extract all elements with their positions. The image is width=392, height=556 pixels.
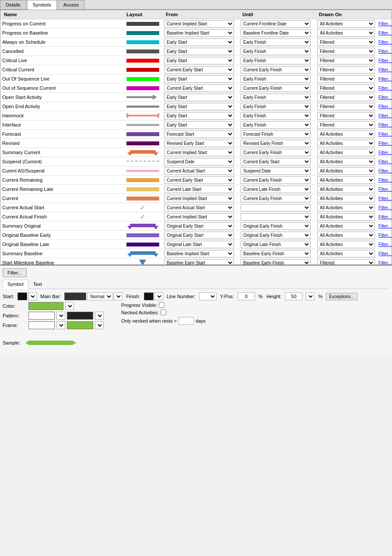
table-row[interactable]: InterfaceCurrent Implied StartBaseline I… — [0, 120, 392, 130]
table-row[interactable]: Original Baseline EarlyCurrent Implied S… — [0, 231, 392, 240]
row-name: Interface — [0, 122, 123, 128]
tab-details[interactable]: Details — [0, 0, 26, 9]
table-row[interactable]: Start Milestone BaselineCurrent Implied … — [0, 258, 392, 264]
row-filter-link[interactable]: Filter... — [378, 178, 392, 183]
table-row[interactable]: Open Start ActivityCurrent Implied Start… — [0, 93, 392, 102]
pattern-select1[interactable] — [56, 312, 65, 320]
necked-days-input[interactable] — [178, 317, 194, 325]
row-filter-link[interactable]: Filter... — [378, 95, 392, 100]
row-filter-link[interactable]: Filter... — [378, 169, 392, 173]
color-select[interactable] — [65, 302, 74, 310]
row-filter-link[interactable]: Filter... — [378, 113, 392, 118]
table-row[interactable]: Summary BaselineCurrent Implied StartBas… — [0, 249, 392, 258]
table-row[interactable]: Current Actual Start✓Current Implied Sta… — [0, 203, 392, 212]
row-filter-link[interactable]: Filter... — [378, 215, 392, 219]
line-number-select[interactable] — [199, 292, 217, 300]
row-filter-link[interactable]: Filter... — [378, 21, 392, 26]
table-row[interactable]: Always on ScheduleCurrent Implied StartB… — [0, 38, 392, 47]
row-filter-link[interactable]: Filter... — [378, 77, 392, 81]
table-row[interactable]: Summary OriginalCurrent Implied StartBas… — [0, 222, 392, 231]
necked-activities-label: Necked Activities: — [121, 310, 159, 315]
row-name: Forecast — [0, 131, 123, 137]
y-pos-input[interactable] — [238, 292, 255, 300]
tab-access[interactable]: Access — [58, 0, 84, 9]
table-row[interactable]: ForecastCurrent Implied StartBaseline Im… — [0, 130, 392, 139]
pattern-box2[interactable] — [67, 312, 93, 320]
table-row[interactable]: Critical CurrentCurrent Implied StartBas… — [0, 65, 392, 74]
finish-color-select[interactable] — [154, 292, 163, 300]
col-header-layout: Layout — [125, 11, 164, 18]
row-name: Suspend (Current) — [0, 158, 123, 165]
row-filter-link[interactable]: Filter... — [378, 260, 392, 264]
days-label: days — [196, 318, 206, 324]
table-row[interactable]: Current RemainingCurrent Implied StartBa… — [0, 176, 392, 185]
start-color-box[interactable] — [18, 292, 27, 300]
table-row[interactable]: Current Remaining LateCurrent Implied St… — [0, 185, 392, 194]
color-picker[interactable] — [28, 302, 63, 310]
table-row[interactable]: CurrentCurrent Implied StartBaseline Imp… — [0, 194, 392, 203]
necked-activities-checkbox[interactable] — [161, 310, 166, 315]
row-filter-link[interactable]: Filter... — [378, 67, 392, 72]
row-filter-link[interactable]: Filter... — [378, 196, 392, 201]
main-bar-color[interactable] — [64, 292, 86, 300]
progress-visible-checkbox[interactable] — [159, 302, 164, 308]
finish-color-box[interactable] — [144, 292, 154, 300]
col-header-name: Name — [2, 11, 125, 18]
pattern-box1[interactable] — [28, 312, 55, 320]
table-row[interactable]: Open End ActivityCurrent Implied StartBa… — [0, 102, 392, 111]
row-filter-link[interactable]: Filter... — [378, 132, 392, 137]
frame-select2[interactable] — [95, 321, 104, 329]
row-filter-link[interactable]: Filter... — [378, 150, 392, 155]
row-filter-link[interactable]: Filter... — [378, 141, 392, 146]
pattern-select2[interactable] — [95, 312, 104, 320]
main-bar-style-select[interactable]: Normal — [87, 292, 113, 300]
table-row[interactable]: Critical LiveCurrent Implied StartBaseli… — [0, 56, 392, 65]
table-row[interactable]: CancelledCurrent Implied StartBaseline I… — [0, 47, 392, 56]
symbol-tab-text[interactable]: Text — [28, 280, 47, 289]
row-name: Progress on Current — [0, 21, 123, 27]
row-name: Progress on Baseline — [0, 30, 123, 36]
height-input[interactable] — [285, 292, 302, 300]
frame-box2[interactable] — [67, 321, 93, 329]
table-row[interactable]: Out Of Sequence LiveCurrent Implied Star… — [0, 74, 392, 84]
frame-box1[interactable] — [28, 321, 55, 329]
row-name: Open Start Activity — [0, 94, 123, 100]
row-filter-link[interactable]: Filter... — [378, 187, 392, 192]
table-row[interactable]: Current Actual Finish✓Current Implied St… — [0, 212, 392, 222]
row-filter-link[interactable]: Filter... — [378, 224, 392, 229]
row-filter-link[interactable]: Filter... — [378, 242, 392, 247]
row-filter-link[interactable]: Filter... — [378, 123, 392, 127]
y-pos-percent: % — [259, 294, 263, 299]
row-filter-link[interactable]: Filter... — [378, 251, 392, 256]
table-row[interactable]: Original Baseline LateCurrent Implied St… — [0, 240, 392, 249]
tab-symbols[interactable]: Symbols — [27, 0, 57, 10]
main-bar-dropdown[interactable] — [114, 292, 122, 300]
start-color-select[interactable] — [28, 292, 37, 300]
table-row[interactable]: Suspend (Current)Current Implied StartBa… — [0, 157, 392, 166]
table-row[interactable]: RevisedCurrent Implied StartBaseline Imp… — [0, 139, 392, 148]
col-header-extra — [378, 11, 392, 18]
row-filter-link[interactable]: Filter... — [378, 205, 392, 210]
table-row[interactable]: Progress on CurrentCurrent Implied Start… — [0, 19, 392, 28]
exceptions-button[interactable]: Exceptions... — [326, 293, 357, 300]
table-row[interactable]: Curent AS/SuspendCurrent Implied StartBa… — [0, 166, 392, 176]
row-filter-link[interactable]: Filter... — [378, 49, 392, 54]
table-row[interactable]: HammockCurrent Implied StartBaseline Imp… — [0, 111, 392, 120]
frame-select1[interactable] — [56, 321, 65, 329]
height-select[interactable] — [306, 292, 315, 300]
table-row[interactable]: Progress on BaselineCurrent Implied Star… — [0, 28, 392, 38]
row-filter-link[interactable]: Filter... — [378, 40, 392, 45]
bottom-panel: Filter... Symbol Text Start: Main Bar: N… — [0, 265, 392, 355]
row-filter-link[interactable]: Filter... — [378, 104, 392, 109]
row-name: Current — [0, 195, 123, 201]
symbol-tab-symbol[interactable]: Symbol — [3, 280, 28, 289]
row-filter-link[interactable]: Filter... — [378, 86, 392, 91]
row-filter-link[interactable]: Filter... — [378, 233, 392, 238]
row-filter-link[interactable]: Filter... — [378, 31, 392, 35]
filter-button[interactable]: Filter... — [3, 268, 27, 277]
main-bar-label: Main Bar: — [40, 294, 61, 299]
row-filter-link[interactable]: Filter... — [378, 58, 392, 63]
table-row[interactable]: Summary CurrentCurrent Implied StartBase… — [0, 148, 392, 157]
table-row[interactable]: Out of Sequence CurrentCurrent Implied S… — [0, 84, 392, 93]
row-filter-link[interactable]: Filter... — [378, 159, 392, 164]
